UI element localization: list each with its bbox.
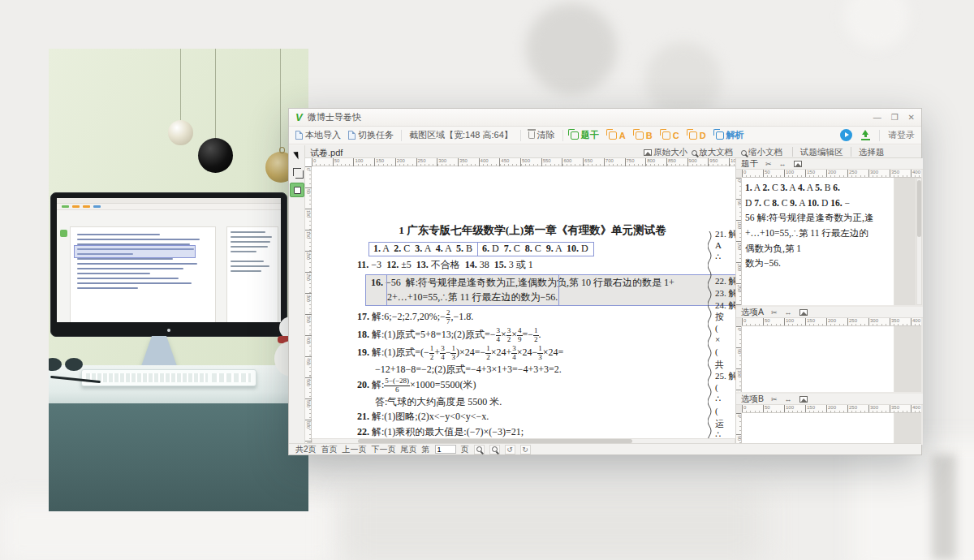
optionB-horizontal-ruler: 050100150200250300350400	[742, 405, 921, 413]
solution-line: 19. 解:(1)原式=(−12+34−13)×24=−12×24+34×24−…	[357, 345, 708, 362]
zoom-in-doc-button[interactable]: 放大文档	[692, 147, 733, 158]
image-icon[interactable]	[799, 309, 808, 316]
page-number-input[interactable]	[435, 445, 456, 454]
stem-scrollbar[interactable]	[916, 178, 922, 305]
question-edit-panel: 题干 ✂ ↔ 050100150200250300350400 05010015…	[735, 158, 923, 445]
magnifier-icon	[692, 150, 697, 156]
keyboard	[81, 369, 256, 386]
scrollbar-thumb[interactable]	[917, 180, 921, 237]
optionA-horizontal-ruler: 050100150200250300350400	[742, 318, 921, 326]
prev-page-button[interactable]: 上一页	[343, 444, 367, 455]
section-optionB-header: 选项B ✂ ↔	[736, 394, 923, 405]
clear-button[interactable]: 清除	[528, 129, 555, 141]
magnifier-icon	[741, 150, 747, 156]
column-squiggle-divider	[708, 230, 714, 445]
side-column-fragment: ∴	[715, 394, 735, 406]
ruler-label: 50	[763, 170, 770, 178]
upload-button[interactable]	[860, 130, 871, 140]
stem-captured-line: D 7. C 8. C 9. A 10. D 16. −	[745, 196, 890, 211]
resize-icon[interactable]: ↔	[785, 395, 792, 403]
close-button[interactable]: ✕	[908, 113, 915, 122]
ruler-label: 950	[708, 158, 718, 166]
zoom-out-doc-button[interactable]: 缩小文档	[741, 147, 782, 158]
solution-16-selection-box[interactable]: 16. −56 解:符号规律是逢奇数为正,逢偶数为负,第 10 行最右边的数是 …	[365, 274, 735, 306]
zoom-in-button[interactable]	[474, 445, 485, 454]
document-viewport[interactable]: 0501001502002503003504004505005506006507…	[305, 158, 735, 445]
tab-document-name[interactable]: 试卷.pdf	[310, 147, 343, 159]
ruler-label: 300	[736, 304, 742, 305]
ruler-label: 50	[736, 347, 742, 353]
ruler-label: 100	[784, 170, 794, 178]
rotate-right-button[interactable]: ↻	[520, 445, 531, 454]
next-page-button[interactable]: 下一页	[372, 444, 396, 455]
maximize-button[interactable]: ❐	[891, 113, 899, 122]
solution-line: 22. 解:(1)乘积的最大值是:(−7)×(−3)=21;	[357, 425, 708, 439]
original-size-button[interactable]: 原始大小	[644, 147, 687, 158]
choice-question-tab[interactable]: 选择题	[859, 147, 885, 158]
side-column-fragment: 按	[715, 311, 735, 323]
rotate-left-button[interactable]: ↺	[505, 445, 515, 454]
play-button[interactable]	[840, 129, 852, 141]
answer-selection-box-2[interactable]: 6. D 7. C 8. C 9. A 10. D	[477, 242, 594, 256]
minimize-button[interactable]: —	[873, 113, 881, 122]
section-stem-header: 题干 ✂ ↔	[736, 158, 923, 170]
cursor-tool-button[interactable]	[290, 147, 304, 162]
side-column-fragment: ×	[715, 334, 735, 347]
section-optionA-header: 选项A ✂ ↔	[736, 307, 923, 318]
zoom-out-button[interactable]	[489, 445, 500, 454]
ruler-label: 0	[736, 326, 742, 332]
ruler-label: 750	[625, 158, 635, 166]
stamp-button-D[interactable]: D	[689, 129, 706, 141]
last-page-button[interactable]: 尾页	[401, 444, 417, 455]
scissors-icon[interactable]: ✂	[771, 395, 778, 403]
scissors-icon[interactable]: ✂	[765, 160, 772, 168]
ruler-label: 800	[645, 158, 655, 166]
resize-icon[interactable]: ↔	[779, 160, 787, 168]
section-optionA-label: 选项A	[741, 307, 764, 318]
ruler-label: 450	[305, 356, 312, 362]
stem-captured-line: 1. A 2. C 3. A 4. A 5. B 6.	[745, 180, 890, 196]
ornament-ball-silver	[168, 120, 193, 145]
page-total-label: 共2页	[295, 444, 317, 455]
stamp-button-B[interactable]: B	[636, 129, 653, 141]
stem-captured-line: +…+10=55,∴第 11 行最左边的	[745, 226, 890, 241]
ruler-label: 0	[312, 158, 316, 166]
ornament-string	[280, 49, 281, 152]
rect-select-tool-button[interactable]	[290, 183, 304, 197]
image-icon[interactable]	[799, 396, 808, 403]
solution-16-line2: 2+…+10=55,∴第 11 行最左边的数为−56.	[371, 290, 735, 304]
import-local-button[interactable]: 本地导入	[295, 129, 341, 141]
stem-canvas[interactable]: 1. A 2. C 3. A 4. A 5. B 6.D 7. C 8. C 9…	[742, 178, 894, 305]
answer-selection-box-1[interactable]: 1. A 2. C 3. A 4. A 5. B	[368, 242, 477, 256]
ruler-label: 250	[305, 272, 312, 278]
resize-icon[interactable]: ↔	[785, 308, 792, 317]
ruler-label: 100	[353, 158, 363, 166]
ruler-label: 100	[784, 318, 794, 326]
trash-icon	[528, 131, 535, 139]
window-titlebar: V 微博士导卷快 — ❐ ✕	[289, 109, 921, 127]
ruler-label: 500	[520, 158, 530, 166]
switch-task-button[interactable]: 切换任务	[348, 129, 394, 141]
first-page-button[interactable]: 首页	[321, 444, 338, 455]
optionB-canvas[interactable]	[742, 413, 894, 445]
doc-horizontal-ruler: 0501001502002503003504004505005506006507…	[312, 158, 735, 166]
stamp-button-A[interactable]: A	[609, 129, 626, 141]
scissors-icon[interactable]: ✂	[771, 308, 778, 317]
edit-area-label[interactable]: 试题编辑区	[800, 147, 843, 158]
stamp-button-题干[interactable]: 题干	[571, 129, 599, 141]
ruler-label: 0	[736, 178, 742, 183]
mini-side-panel	[226, 226, 278, 322]
ruler-label: 0	[305, 166, 312, 172]
login-link[interactable]: 请登录	[888, 129, 915, 141]
side-column-fragment: 22. 解	[715, 275, 735, 287]
stamp-button-解析[interactable]: 解析	[716, 129, 744, 141]
crop-tool-button[interactable]	[290, 165, 304, 179]
ruler-label: 50	[736, 434, 742, 440]
optionA-canvas-margin	[894, 326, 921, 392]
stamp-icon	[716, 131, 724, 140]
image-icon[interactable]	[794, 161, 802, 167]
stamp-button-C[interactable]: C	[662, 129, 679, 141]
pdf-page-content: 1 广东专版七年级数学(上)第一章《有理数》单元测试卷 1. A 2. C 3.…	[357, 223, 708, 445]
doc-vertical-ruler: 050100150200250300350400450500550600650	[305, 166, 312, 445]
optionA-canvas[interactable]	[742, 326, 894, 392]
